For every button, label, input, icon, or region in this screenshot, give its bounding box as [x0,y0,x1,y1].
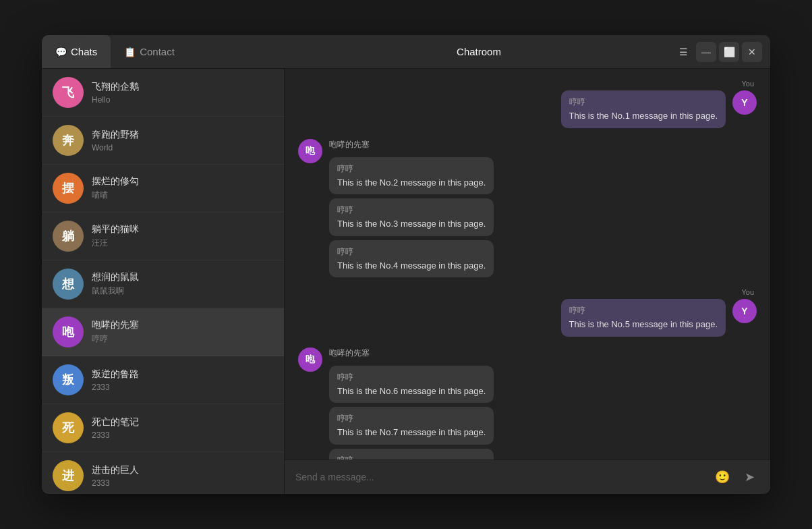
bubble-text: This is the No.2 message in this page. [337,176,486,190]
chat-name: 进击的巨人 [92,464,273,476]
chat-name: 咆哮的先塞 [92,319,273,331]
sidebar: 飞 飞翔的企鹅 Hello 奔 奔跑的野猪 World 摆 摆烂的修勾 喵喵 躺… [42,69,285,494]
message-bubble: 哼哼 This is the No.5 message in this page… [561,299,726,337]
bubble-label: 哼哼 [337,163,486,175]
msg-avatar: Y [732,90,757,115]
sender-name: 咆哮的先塞 [329,347,494,359]
avatar: 奔 [53,125,84,156]
tab-contact[interactable]: 📋 Contact [111,35,188,68]
close-icon: ✕ [748,47,756,57]
input-area: 🙂 ➤ [285,460,770,494]
tab-bar: 💬 Chats 📋 Contact [42,35,285,68]
bubble-label: 哼哼 [337,246,486,258]
avatar: 躺 [53,221,84,252]
chat-preview: 2333 [92,430,273,440]
tab-chats[interactable]: 💬 Chats [42,35,111,68]
bubble-text: This is the No.3 message in this page. [337,217,486,231]
bubble-text: This is the No.5 message in this page. [569,318,718,331]
chat-name: 死亡的笔记 [92,416,273,428]
bubble-label: 哼哼 [337,412,486,424]
title-bar: 💬 Chats 📋 Contact Chatroom ☰ — ⬜ ✕ [42,35,770,69]
chat-info: 咆哮的先塞 哼哼 [92,319,273,345]
chat-name: 飞翔的企鹅 [92,81,273,93]
bubble-label: 哼哼 [337,204,486,216]
msg-avatar: 咆 [298,139,322,163]
bubble-text: This is the No.1 message in this page. [569,109,718,123]
message-bubble: 哼哼 This is the No.3 message in this page… [329,198,494,236]
chat-info: 死亡的笔记 2333 [92,416,273,440]
chat-info: 摆烂的修勾 喵喵 [92,175,273,201]
chat-list-item[interactable]: 死 死亡的笔记 2333 [42,404,284,452]
message-bubble: 哼哼 This is the No.2 message in this page… [329,157,494,195]
chat-info: 躺平的猫咪 汪汪 [92,223,273,249]
chat-preview: 2333 [92,478,273,488]
chat-preview: Hello [92,95,273,105]
sender-label: You [741,288,757,296]
chat-list-item[interactable]: 叛 叛逆的鲁路 2333 [42,356,284,404]
avatar: 进 [53,460,84,491]
chat-preview: World [92,143,273,152]
chat-preview: 哼哼 [92,333,273,345]
avatar: 飞 [53,77,84,108]
bubble-label: 哼哼 [337,371,486,383]
contact-tab-label: Contact [140,46,175,57]
chat-name: 躺平的猫咪 [92,223,273,235]
chat-preview: 喵喵 [92,190,273,201]
minimize-icon: — [701,47,711,57]
chat-name: 想润的鼠鼠 [92,271,273,283]
chat-list-item[interactable]: 咆 咆哮的先塞 哼哼 [42,308,284,356]
menu-button[interactable]: ☰ [673,42,693,62]
chat-info: 进击的巨人 2333 [92,464,273,488]
message-bubbles: 哼哼 This is the No.1 message in this page… [561,90,726,128]
message-with-avatar: 咆咆哮的先塞 哼哼 This is the No.6 message in th… [298,347,494,460]
window-controls: ☰ — ⬜ ✕ [673,42,770,62]
contact-icon: 📋 [124,47,136,57]
avatar: 想 [53,269,84,300]
sender-label: You [741,80,757,88]
bubble-label: 哼哼 [569,304,718,316]
bubble-label: 哼哼 [337,454,486,460]
message-with-avatar: Y 哼哼 This is the No.1 message in this pa… [561,90,757,128]
chat-preview: 2333 [92,383,273,392]
chat-list-item[interactable]: 想 想润的鼠鼠 鼠鼠我啊 [42,260,284,308]
message-input[interactable] [295,472,705,482]
message-row: YouY 哼哼 This is the No.5 message in this… [298,288,757,337]
chat-list-item[interactable]: 进 进击的巨人 2333 [42,452,284,494]
minimize-button[interactable]: — [696,42,716,62]
message-bubbles: 咆哮的先塞 哼哼 This is the No.6 message in thi… [329,347,494,460]
bubble-text: This is the No.6 message in this page. [337,385,486,398]
chat-area: YouY 哼哼 This is the No.1 message in this… [285,69,770,494]
app-window: 💬 Chats 📋 Contact Chatroom ☰ — ⬜ ✕ [42,35,770,494]
bubble-text: This is the No.4 message in this page. [337,259,486,273]
msg-avatar: Y [732,299,757,323]
chats-tab-label: Chats [71,46,97,57]
message-bubbles: 咆哮的先塞 哼哼 This is the No.2 message in thi… [329,139,494,278]
emoji-button[interactable]: 🙂 [712,467,732,487]
message-with-avatar: 咆咆哮的先塞 哼哼 This is the No.2 message in th… [298,139,494,278]
message-row: YouY 哼哼 This is the No.1 message in this… [298,80,757,128]
avatar: 叛 [53,364,84,395]
chat-preview: 鼠鼠我啊 [92,285,273,297]
chat-name: 奔跑的野猪 [92,129,273,141]
messages-container: YouY 哼哼 This is the No.1 message in this… [285,69,770,460]
chat-name: 摆烂的修勾 [92,175,273,188]
message-bubble: 哼哼 This is the No.4 message in this page… [329,240,494,278]
chat-preview: 汪汪 [92,238,273,249]
hamburger-icon: ☰ [679,47,688,57]
send-button[interactable]: ➤ [739,467,759,487]
avatar: 摆 [53,173,84,204]
message-bubble: 哼哼 This is the No.6 message in this page… [329,366,494,403]
restore-icon: ⬜ [724,47,735,57]
close-button[interactable]: ✕ [742,42,762,62]
chat-info: 想润的鼠鼠 鼠鼠我啊 [92,271,273,297]
restore-button[interactable]: ⬜ [719,42,739,62]
chat-list-item[interactable]: 飞 飞翔的企鹅 Hello [42,69,284,117]
message-bubble: 哼哼 This is the No.1 message in this page… [561,90,726,128]
message-row: 咆咆哮的先塞 哼哼 This is the No.6 message in th… [298,347,757,460]
message-bubbles: 哼哼 This is the No.5 message in this page… [561,299,726,337]
main-content: 飞 飞翔的企鹅 Hello 奔 奔跑的野猪 World 摆 摆烂的修勾 喵喵 躺… [42,69,770,494]
chat-list-item[interactable]: 奔 奔跑的野猪 World [42,117,284,165]
chat-list-item[interactable]: 躺 躺平的猫咪 汪汪 [42,213,284,260]
bubble-label: 哼哼 [569,96,718,108]
chat-list-item[interactable]: 摆 摆烂的修勾 喵喵 [42,165,284,213]
